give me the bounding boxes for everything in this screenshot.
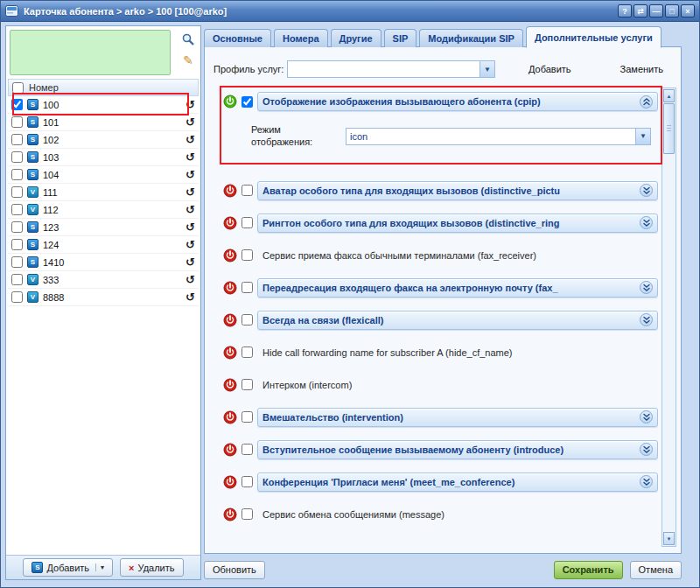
maximize-button[interactable]: □ [665, 4, 679, 18]
add-dropdown-arrow-icon[interactable]: ▾ [95, 564, 104, 571]
service-row-meet_me_conference[interactable]: Конференция 'Пригласи меня' (meet_me_con… [212, 472, 658, 493]
service-checkbox[interactable] [242, 314, 253, 326]
profile-replace-button[interactable]: Заменить [615, 62, 668, 76]
service-checkbox[interactable] [242, 282, 253, 293]
tab-1[interactable]: Основные [204, 29, 271, 47]
cancel-button[interactable]: Отмена [630, 561, 682, 579]
number-row-104[interactable]: S104↺ [8, 166, 199, 184]
service-row-message[interactable]: Сервис обмена сообщениями (message) [212, 504, 658, 525]
row-checkbox[interactable] [11, 186, 23, 198]
power-off-icon[interactable] [222, 183, 237, 198]
scroll-down-icon[interactable]: ▼ [663, 532, 675, 545]
history-icon[interactable]: ↺ [186, 134, 195, 145]
row-checkbox[interactable] [11, 151, 23, 163]
help-button[interactable]: ? [618, 4, 632, 18]
add-number-button[interactable]: S Добавить ▾ [23, 558, 113, 577]
service-row-cpip[interactable]: Отображение изображения вызывающего абон… [212, 91, 658, 112]
service-checkbox[interactable] [242, 379, 253, 390]
service-row-intervention[interactable]: Вмешательство (intervention) [212, 407, 658, 428]
refresh-button[interactable]: Обновить [204, 561, 265, 579]
close-button[interactable]: × [681, 4, 695, 18]
power-off-icon[interactable] [222, 312, 237, 327]
history-icon[interactable]: ↺ [186, 291, 195, 303]
power-off-icon[interactable] [222, 507, 237, 522]
service-checkbox[interactable] [242, 217, 253, 228]
expand-chevron-icon[interactable] [640, 281, 653, 294]
tab-6[interactable]: Дополнительные услуги [526, 26, 662, 48]
service-row-flexicall[interactable]: Всегда на связи (flexicall) [212, 310, 658, 331]
power-off-icon[interactable] [222, 442, 237, 457]
row-checkbox[interactable] [11, 239, 23, 250]
scroll-up-icon[interactable]: ▲ [663, 89, 675, 102]
row-checkbox[interactable] [11, 204, 23, 215]
service-row-fax_receiver[interactable]: Сервис приема факса обычными терминалами… [212, 245, 658, 266]
number-row-8888[interactable]: V8888↺ [8, 289, 199, 306]
collapse-chevron-icon[interactable] [640, 95, 653, 108]
service-row-distinctive_ring[interactable]: Рингтон особого типа для входящих вызово… [212, 213, 658, 234]
number-row-124[interactable]: S124↺ [8, 236, 199, 254]
service-checkbox[interactable] [242, 476, 253, 487]
expand-chevron-icon[interactable] [640, 443, 653, 456]
display-mode-select[interactable]: icon▼ [346, 128, 651, 145]
row-checkbox[interactable] [11, 169, 23, 180]
services-scrollbar[interactable]: ▲ ▼ [662, 88, 676, 547]
save-button[interactable]: Сохранить [554, 561, 623, 579]
history-icon[interactable]: ↺ [186, 151, 195, 163]
edit-pencil-icon[interactable]: ✎ [180, 52, 196, 68]
history-icon[interactable]: ↺ [186, 274, 195, 285]
service-checkbox[interactable] [242, 346, 253, 358]
service-header-bar[interactable]: Конференция 'Пригласи меня' (meet_me_con… [257, 472, 658, 492]
history-icon[interactable]: ↺ [186, 186, 195, 198]
number-row-101[interactable]: S101↺ [8, 114, 199, 131]
number-row-102[interactable]: S102↺ [8, 131, 199, 149]
number-row-123[interactable]: S123↺ [8, 219, 199, 236]
number-row-103[interactable]: S103↺ [8, 149, 199, 166]
search-icon[interactable] [180, 32, 196, 47]
row-checkbox[interactable] [11, 116, 23, 128]
service-row-hide_cf_name[interactable]: Hide call forwarding name for subscriber… [212, 342, 658, 363]
row-checkbox[interactable] [11, 99, 23, 110]
service-checkbox[interactable] [242, 185, 253, 196]
expand-chevron-icon[interactable] [640, 410, 653, 424]
profile-add-button[interactable]: Добавить [523, 62, 577, 76]
power-off-icon[interactable] [222, 410, 237, 424]
power-off-icon[interactable] [222, 377, 237, 392]
service-header-bar[interactable]: Переадресация входящего факса на электро… [257, 278, 658, 298]
service-header-bar[interactable]: Отображение изображения вызывающего абон… [257, 92, 658, 111]
service-checkbox[interactable] [242, 249, 253, 261]
service-profile-select[interactable]: ▼ [287, 60, 495, 78]
history-icon[interactable]: ↺ [186, 239, 195, 250]
row-checkbox[interactable] [11, 256, 23, 268]
service-checkbox[interactable] [242, 411, 253, 423]
number-row-333[interactable]: V333↺ [8, 271, 199, 289]
history-icon[interactable]: ↺ [186, 256, 195, 268]
service-row-distinctive_pictu[interactable]: Аватар особого типа для входящих вызовов… [212, 180, 658, 201]
history-icon[interactable]: ↺ [186, 116, 195, 128]
service-header-bar[interactable]: Вступительное сообщение вызываемому абон… [257, 440, 658, 459]
power-off-icon[interactable] [222, 215, 237, 230]
minimize-button[interactable]: — [649, 4, 663, 18]
tab-4[interactable]: SIP [384, 29, 417, 47]
row-checkbox[interactable] [11, 221, 23, 233]
tab-2[interactable]: Номера [274, 29, 328, 47]
titlebar[interactable]: Карточка абонента > arko > 100 [100@arko… [1, 1, 699, 22]
dropdown-arrow-icon[interactable]: ▼ [635, 129, 650, 144]
row-checkbox[interactable] [11, 291, 23, 303]
power-on-icon[interactable] [222, 94, 237, 109]
scrollbar-thumb[interactable] [663, 103, 675, 154]
service-header-bar[interactable]: Всегда на связи (flexicall) [257, 311, 658, 330]
history-icon[interactable]: ↺ [186, 221, 195, 233]
service-row-intercom[interactable]: Интерком (intercom) [212, 374, 658, 396]
number-row-100[interactable]: S100↺ [8, 96, 199, 114]
tab-3[interactable]: Другие [331, 29, 382, 47]
service-header-bar[interactable]: Рингтон особого типа для входящих вызово… [257, 214, 658, 233]
service-row-introduce[interactable]: Вступительное сообщение вызываемому абон… [212, 439, 658, 460]
number-row-1410[interactable]: S1410↺ [8, 254, 199, 271]
row-checkbox[interactable] [11, 274, 23, 285]
dropdown-arrow-icon[interactable]: ▼ [480, 61, 494, 77]
delete-number-button[interactable]: × Удалить [120, 558, 183, 577]
expand-chevron-icon[interactable] [640, 313, 653, 326]
filter-input[interactable] [10, 30, 171, 75]
service-checkbox[interactable] [242, 96, 253, 108]
history-icon[interactable]: ↺ [186, 99, 195, 110]
